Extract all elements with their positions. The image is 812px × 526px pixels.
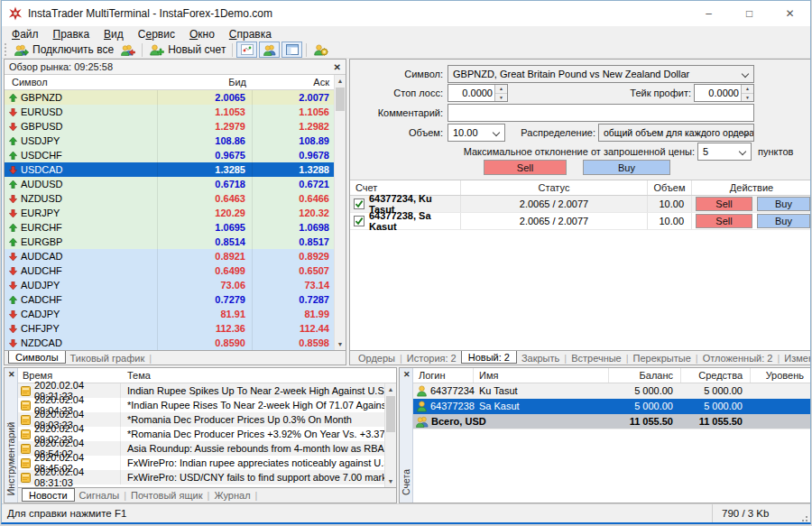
market-row[interactable]: AUDCAD0.89210.8929 bbox=[5, 249, 334, 263]
scroll-thumb[interactable] bbox=[336, 88, 345, 111]
column-balance[interactable]: Баланс bbox=[608, 368, 680, 383]
accounts-table: Логин Имя Баланс Средства Уровень 643772… bbox=[413, 368, 811, 503]
resize-grip[interactable] bbox=[799, 513, 808, 522]
distribution-select[interactable]: общий объем для каждого ордера bbox=[598, 124, 754, 142]
row-sell-button[interactable]: Sell bbox=[696, 214, 752, 228]
stop-loss-input[interactable]: 0.0000 ▲▼ bbox=[448, 84, 508, 102]
column-topic[interactable]: Тема bbox=[121, 370, 384, 381]
tab-изменить[interactable]: Изменить bbox=[780, 353, 811, 364]
spin-up-icon[interactable]: ▲ bbox=[742, 85, 753, 94]
volume-select[interactable]: 10.00 bbox=[448, 124, 505, 142]
tab-новый-2[interactable]: Новый: 2 bbox=[461, 350, 517, 364]
disconnect-all-button[interactable] bbox=[117, 42, 139, 59]
news-row[interactable]: 2020.02.04 08:31:03FxWirePro: USD/CNY fa… bbox=[18, 470, 384, 484]
accounts-toggle-button[interactable] bbox=[259, 42, 280, 58]
market-row[interactable]: CHFJPY112.36112.44 bbox=[5, 321, 334, 336]
market-row[interactable]: USDCAD1.32851.3288 bbox=[5, 162, 334, 177]
deviation-select[interactable]: 5 bbox=[697, 143, 752, 161]
market-row[interactable]: EURGBP0.85140.8517 bbox=[5, 235, 334, 249]
column-bid[interactable]: Бид bbox=[158, 77, 253, 88]
take-profit-input[interactable]: 0.0000 ▲▼ bbox=[694, 84, 754, 102]
tab-отложенный-2[interactable]: Отложенный: 2 bbox=[698, 353, 778, 364]
row-sell-button[interactable]: Sell bbox=[696, 197, 752, 211]
close-icon[interactable]: ✕ bbox=[334, 62, 341, 72]
market-row[interactable]: AUDUSD0.67180.6721 bbox=[5, 177, 334, 191]
close-button[interactable]: ✕ bbox=[770, 1, 810, 26]
column-name[interactable]: Имя bbox=[473, 368, 608, 383]
market-row[interactable]: CADCHF0.72790.7287 bbox=[5, 292, 334, 307]
tab-новости[interactable]: Новости bbox=[22, 488, 75, 502]
market-row[interactable]: EURUSD1.10531.1056 bbox=[5, 105, 334, 119]
scroll-down-icon[interactable]: ▼ bbox=[335, 338, 346, 350]
menu-item-сервис[interactable]: Сервис bbox=[131, 28, 182, 41]
column-ask[interactable]: Аск bbox=[253, 77, 334, 88]
tab-встречные[interactable]: Встречные bbox=[567, 353, 626, 364]
spinner-buttons[interactable]: ▲▼ bbox=[741, 85, 753, 101]
market-row[interactable]: USDJPY108.86108.89 bbox=[5, 134, 334, 148]
close-icon[interactable]: ✕ bbox=[403, 370, 411, 379]
scroll-down-icon[interactable]: ▼ bbox=[385, 475, 396, 487]
maximize-button[interactable]: □ bbox=[729, 1, 770, 26]
market-row[interactable]: NZDCAD0.85900.8598 bbox=[5, 336, 334, 350]
spinner-buttons[interactable]: ▲▼ bbox=[494, 85, 507, 101]
market-row[interactable]: CADJPY81.9181.99 bbox=[5, 307, 334, 321]
menu-item-справка[interactable]: Справка bbox=[222, 28, 279, 41]
scroll-up-icon[interactable]: ▲ bbox=[335, 75, 346, 87]
layout-toggle-button[interactable] bbox=[281, 42, 302, 58]
market-row[interactable]: USDCHF0.96750.9678 bbox=[5, 148, 334, 162]
close-icon[interactable]: ✕ bbox=[8, 370, 15, 379]
tab-ордеры[interactable]: Ордеры bbox=[354, 353, 400, 364]
tab-почтовый-ящик[interactable]: Почтовый ящик bbox=[126, 490, 207, 501]
tab-история-2[interactable]: История: 2 bbox=[402, 353, 461, 364]
row-buy-button[interactable]: Buy bbox=[757, 214, 810, 228]
new-account-button[interactable]: Новый счет bbox=[145, 42, 229, 59]
market-row[interactable]: GBPNZD2.00652.0077 bbox=[5, 90, 334, 105]
market-watch-scrollbar[interactable]: ▲ ▼ bbox=[334, 75, 346, 350]
market-watch-toggle-button[interactable] bbox=[236, 42, 257, 58]
column-login[interactable]: Логин bbox=[413, 370, 473, 381]
spin-down-icon[interactable]: ▼ bbox=[495, 94, 507, 102]
news-scrollbar[interactable]: ▲ ▼ bbox=[384, 383, 396, 487]
column-volume[interactable]: Объем bbox=[647, 180, 691, 195]
column-action[interactable]: Действие bbox=[691, 180, 811, 195]
market-row[interactable]: EURJPY120.29120.32 bbox=[5, 206, 334, 220]
comment-input[interactable] bbox=[448, 104, 754, 122]
scroll-up-icon[interactable]: ▲ bbox=[385, 383, 396, 395]
connect-all-button[interactable]: Подключить все bbox=[11, 42, 117, 59]
minimize-button[interactable]: – bbox=[688, 1, 729, 26]
account-checkbox[interactable] bbox=[354, 198, 364, 209]
menu-item-окно[interactable]: Окно bbox=[182, 28, 222, 41]
tab-журнал[interactable]: Журнал bbox=[209, 490, 254, 501]
trade-row[interactable]: 64377238, Sa Kasut2.0065 / 2.007710.00Se… bbox=[350, 213, 811, 230]
scroll-thumb[interactable] bbox=[386, 396, 395, 432]
market-row[interactable]: NZDUSD0.64630.6466 bbox=[5, 191, 334, 206]
market-row[interactable]: GBPUSD1.29791.2982 bbox=[5, 119, 334, 134]
market-row[interactable]: AUDJPY73.0673.14 bbox=[5, 278, 334, 292]
tab-закрыть[interactable]: Закрыть bbox=[517, 353, 564, 364]
market-row[interactable]: EURCHF1.06951.0698 bbox=[5, 220, 334, 235]
menu-item-файл[interactable]: Файл bbox=[5, 28, 46, 41]
market-row[interactable]: AUDCHF0.64990.6507 bbox=[5, 263, 334, 278]
column-account[interactable]: Счет bbox=[350, 182, 460, 193]
column-level[interactable]: Уровень bbox=[750, 368, 811, 383]
column-status[interactable]: Статус bbox=[460, 180, 647, 195]
account-row[interactable]: 64377238Sa Kasut5 000.005 000.00 bbox=[413, 399, 811, 414]
toolbar-grip[interactable] bbox=[5, 43, 7, 56]
buy-button[interactable]: Buy bbox=[583, 160, 670, 175]
account-row[interactable]: 64377234Ku Tasut5 000.005 000.00 bbox=[413, 383, 811, 399]
row-buy-button[interactable]: Buy bbox=[757, 197, 810, 211]
tab-сигналы[interactable]: Сигналы bbox=[75, 490, 125, 501]
tab-перекрытые[interactable]: Перекрытые bbox=[629, 353, 696, 364]
menu-item-вид[interactable]: Вид bbox=[97, 28, 131, 41]
menu-item-правка[interactable]: Правка bbox=[46, 28, 97, 41]
account-settings-button[interactable] bbox=[309, 42, 332, 59]
symbol-select[interactable]: GBPNZD, Great Britain Pound vs New Zeala… bbox=[448, 65, 754, 83]
column-equity[interactable]: Средства bbox=[680, 368, 750, 383]
tab-тиковый-график[interactable]: Тиковый график bbox=[66, 353, 150, 364]
tab-символы[interactable]: Символы bbox=[8, 350, 66, 364]
column-symbol[interactable]: Символ bbox=[5, 77, 158, 88]
sell-button[interactable]: Sell bbox=[484, 160, 567, 175]
account-checkbox[interactable] bbox=[354, 216, 364, 226]
spin-up-icon[interactable]: ▲ bbox=[495, 85, 507, 94]
spin-down-icon[interactable]: ▼ bbox=[742, 94, 753, 102]
